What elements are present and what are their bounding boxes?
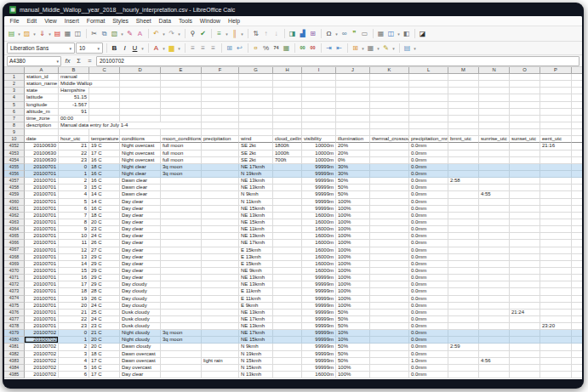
- font-name-combo[interactable]: Liberation Sans▾: [7, 43, 75, 54]
- cell[interactable]: [409, 129, 448, 136]
- cell[interactable]: 18: [59, 288, 89, 295]
- pivot-table-icon[interactable]: ⊞: [308, 29, 317, 38]
- cell[interactable]: [202, 191, 239, 198]
- cell[interactable]: [572, 330, 582, 337]
- cell[interactable]: [161, 219, 202, 226]
- cell[interactable]: 99999m: [302, 358, 336, 365]
- cell[interactable]: NE 11kmh: [239, 226, 273, 233]
- cell[interactable]: light rain: [202, 358, 239, 365]
- cell[interactable]: 20100701: [25, 199, 59, 206]
- cell[interactable]: Day cloudy: [120, 296, 161, 303]
- cell[interactable]: 10: [59, 233, 89, 240]
- cell[interactable]: [479, 143, 510, 150]
- headers-footers-icon[interactable]: ▭: [360, 29, 369, 38]
- cell[interactable]: 0.0mm: [409, 351, 448, 358]
- cell[interactable]: [448, 143, 479, 150]
- cell[interactable]: state: [25, 88, 59, 94]
- cell[interactable]: [161, 261, 202, 268]
- cell[interactable]: 0.0mm: [409, 337, 448, 344]
- cell[interactable]: 10000m: [302, 143, 336, 150]
- cell[interactable]: [59, 129, 89, 136]
- cell[interactable]: [161, 316, 202, 323]
- cell[interactable]: 18 C: [89, 351, 120, 358]
- cell[interactable]: [510, 226, 540, 233]
- cell[interactable]: altitude_m: [25, 109, 59, 116]
- cell[interactable]: [479, 185, 510, 191]
- cell[interactable]: 0: [59, 164, 89, 171]
- print-preview-icon[interactable]: ◫: [73, 29, 83, 38]
- cell[interactable]: [161, 74, 202, 81]
- cell[interactable]: [572, 136, 582, 143]
- cell[interactable]: [202, 157, 239, 164]
- cell[interactable]: [273, 109, 302, 116]
- cell[interactable]: 0%: [336, 157, 370, 164]
- cell[interactable]: 100%: [336, 288, 370, 295]
- menu-data[interactable]: Data: [155, 17, 174, 26]
- cell[interactable]: [273, 254, 302, 261]
- cell[interactable]: [202, 164, 239, 171]
- cell[interactable]: 3q moon: [161, 164, 202, 171]
- cell[interactable]: 16000m: [302, 226, 336, 233]
- cell[interactable]: 23: [59, 323, 89, 330]
- cell[interactable]: [448, 206, 479, 213]
- cell[interactable]: 3q moon: [161, 171, 202, 178]
- cell[interactable]: [161, 102, 202, 109]
- row-header[interactable]: 7: [4, 116, 25, 122]
- cell[interactable]: [89, 94, 120, 101]
- align-center-icon[interactable]: ≡: [198, 43, 208, 53]
- cell[interactable]: [273, 358, 302, 365]
- sum-icon[interactable]: Σ: [74, 57, 83, 65]
- cell[interactable]: 100%: [336, 226, 370, 233]
- cell[interactable]: 100%: [336, 268, 370, 275]
- cell[interactable]: [479, 247, 510, 254]
- cell[interactable]: [202, 351, 239, 358]
- cell[interactable]: [510, 213, 540, 219]
- cell[interactable]: hour_utc: [59, 136, 89, 143]
- cell[interactable]: 20100701: [25, 247, 59, 254]
- cell[interactable]: [370, 288, 409, 295]
- cell[interactable]: [448, 191, 479, 198]
- cell[interactable]: [448, 310, 479, 316]
- column-header-f[interactable]: F: [202, 67, 239, 74]
- cell[interactable]: 29 C: [89, 281, 120, 288]
- cell[interactable]: 21 C: [89, 330, 120, 337]
- cell[interactable]: 20100702: [25, 358, 59, 365]
- cell[interactable]: [510, 268, 540, 275]
- function-wizard-icon[interactable]: fx: [63, 57, 72, 65]
- cell[interactable]: [161, 199, 202, 206]
- cell[interactable]: time_zone: [25, 116, 59, 122]
- cell[interactable]: eent_utc: [540, 136, 572, 143]
- cell[interactable]: [302, 116, 336, 122]
- cell[interactable]: [479, 226, 510, 233]
- cell[interactable]: [448, 316, 479, 323]
- print-area-icon[interactable]: ▦: [376, 29, 385, 38]
- cell[interactable]: [510, 358, 540, 365]
- column-header-l[interactable]: L: [409, 67, 448, 74]
- cell[interactable]: [479, 296, 510, 303]
- cell[interactable]: [510, 164, 540, 171]
- insert-row-icon[interactable]: ≡: [214, 29, 224, 38]
- cell[interactable]: [510, 240, 540, 247]
- cell[interactable]: Day cloudy: [120, 281, 161, 288]
- cell[interactable]: [572, 261, 582, 268]
- cell[interactable]: Night clear: [120, 171, 161, 178]
- cell[interactable]: N 19kmh: [239, 171, 273, 178]
- cell[interactable]: [572, 81, 582, 88]
- cell[interactable]: 0.0mm: [409, 365, 448, 372]
- cell[interactable]: 50%: [336, 358, 370, 365]
- cell[interactable]: [448, 122, 479, 129]
- cell[interactable]: [336, 88, 370, 94]
- cell[interactable]: [572, 219, 582, 226]
- cell[interactable]: 20100701: [25, 178, 59, 185]
- cell[interactable]: [540, 94, 572, 101]
- cell[interactable]: [370, 247, 409, 254]
- cell[interactable]: [120, 109, 161, 116]
- border-style-icon[interactable]: ▦: [366, 43, 375, 53]
- cell[interactable]: [572, 171, 582, 178]
- cell[interactable]: [161, 288, 202, 295]
- cell[interactable]: [409, 109, 448, 116]
- column-header-c[interactable]: C: [89, 67, 120, 74]
- find-replace-icon[interactable]: ⚲: [188, 29, 197, 38]
- cell[interactable]: 20: [59, 303, 89, 310]
- cell[interactable]: [540, 344, 572, 350]
